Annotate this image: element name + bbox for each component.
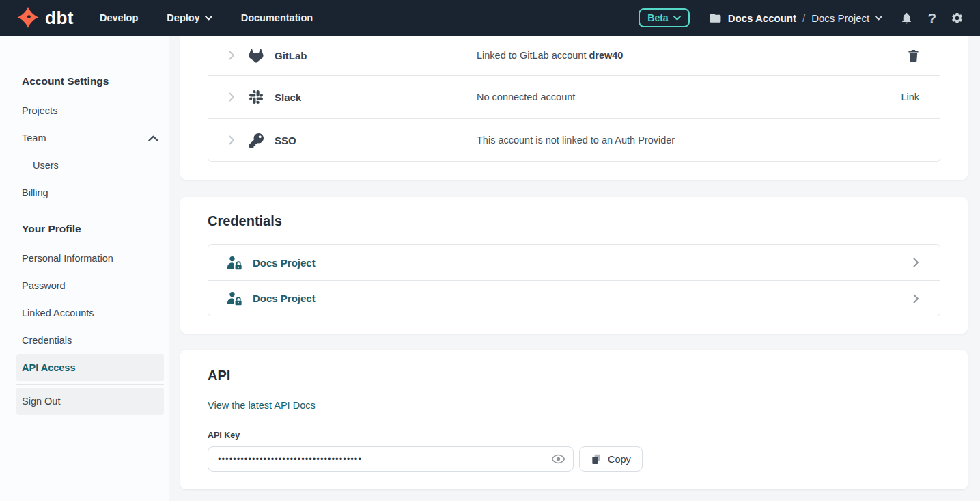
settings-sidebar: Account Settings Projects Team Users Bil…: [0, 36, 169, 501]
linked-account-name: SSO: [275, 135, 296, 146]
linked-account-status: No connected account: [477, 92, 901, 103]
link-account-button[interactable]: Link: [901, 92, 919, 103]
linked-account-name: Slack: [275, 92, 301, 103]
dbt-logo-icon: [16, 6, 40, 29]
breadcrumb: Docs Account / Docs Project: [709, 12, 883, 25]
sidebar-item-personal-information[interactable]: Personal Information: [16, 245, 164, 272]
breadcrumb-project-dropdown[interactable]: Docs Project: [811, 12, 882, 24]
api-card: API View the latest API Docs API Key: [180, 350, 968, 489]
help-icon[interactable]: ?: [927, 11, 936, 25]
top-nav: dbt Develop Deploy Documentation Beta Do…: [0, 0, 980, 36]
chevron-right-icon: [913, 258, 919, 267]
sidebar-item-projects[interactable]: Projects: [16, 97, 164, 124]
slack-icon: [249, 90, 264, 104]
gitlab-icon: [249, 49, 264, 63]
chevron-down-icon: [875, 16, 882, 21]
linked-account-status: Linked to GitLab account drew40: [477, 50, 908, 61]
beta-dropdown[interactable]: Beta: [639, 8, 689, 27]
sidebar-item-password[interactable]: Password: [16, 272, 164, 299]
sidebar-item-api-access[interactable]: API Access: [16, 354, 164, 381]
linked-accounts-table: GitLab Linked to GitLab account drew40: [208, 36, 940, 162]
sidebar-item-users[interactable]: Users: [16, 152, 164, 179]
credential-row[interactable]: Docs Project: [208, 245, 940, 280]
nav-documentation[interactable]: Documentation: [241, 12, 313, 23]
breadcrumb-account[interactable]: Docs Account: [728, 12, 796, 24]
credential-row[interactable]: Docs Project: [208, 280, 940, 316]
copy-icon: [591, 453, 602, 465]
sidebar-item-linked-accounts[interactable]: Linked Accounts: [16, 299, 164, 327]
credentials-table: Docs Project: [208, 244, 940, 316]
primary-nav: Develop Deploy Documentation: [100, 12, 313, 23]
sidebar-item-billing[interactable]: Billing: [16, 179, 164, 206]
api-key-label: API Key: [208, 431, 940, 440]
copy-button[interactable]: Copy: [579, 446, 643, 472]
trash-icon[interactable]: [908, 49, 919, 62]
sidebar-item-team[interactable]: Team: [16, 124, 164, 152]
credentials-card: Credentials Docs Project: [180, 197, 968, 334]
expand-chevron-right-icon[interactable]: [229, 92, 235, 102]
sidebar-item-credentials[interactable]: Credentials: [16, 327, 164, 354]
nav-develop[interactable]: Develop: [100, 12, 138, 23]
user-lock-icon: [227, 256, 242, 270]
linked-account-status: This account is not linked to an Auth Pr…: [477, 135, 919, 146]
expand-chevron-right-icon[interactable]: [229, 135, 235, 145]
chevron-right-icon: [913, 294, 919, 303]
credential-project-name: Docs Project: [253, 293, 316, 304]
gear-icon[interactable]: [951, 12, 964, 25]
sidebar-heading-account-settings: Account Settings: [16, 75, 164, 87]
chevron-down-icon: [205, 16, 212, 21]
sidebar-divider: [16, 384, 164, 385]
nav-deploy[interactable]: Deploy: [167, 12, 212, 23]
chevron-down-icon: [673, 16, 681, 21]
expand-chevron-right-icon[interactable]: [229, 51, 235, 60]
api-key-input[interactable]: [208, 446, 574, 472]
sidebar-heading-your-profile: Your Profile: [16, 223, 164, 235]
linked-accounts-card: GitLab Linked to GitLab account drew40: [180, 36, 968, 180]
breadcrumb-separator: /: [802, 12, 805, 24]
main-content: GitLab Linked to GitLab account drew40: [169, 36, 980, 501]
sidebar-item-sign-out[interactable]: Sign Out: [16, 388, 164, 415]
linked-account-row-sso: SSO This account is not linked to an Aut…: [208, 118, 940, 161]
credentials-heading: Credentials: [208, 213, 940, 229]
nav-icon-group: ?: [900, 11, 964, 25]
chevron-up-icon: [148, 135, 158, 141]
key-icon: [249, 133, 264, 148]
linked-account-row-slack: Slack No connected account Link: [208, 75, 940, 118]
dbt-logo[interactable]: dbt: [16, 6, 74, 29]
linked-account-username: drew40: [589, 50, 623, 61]
user-lock-icon: [227, 291, 242, 306]
linked-account-row-gitlab: GitLab Linked to GitLab account drew40: [208, 36, 940, 75]
eye-icon[interactable]: [551, 452, 565, 466]
brand-wordmark: dbt: [45, 8, 74, 29]
api-heading: API: [208, 368, 940, 383]
api-docs-link[interactable]: View the latest API Docs: [208, 400, 316, 411]
linked-account-name: GitLab: [275, 50, 307, 62]
bell-icon[interactable]: [900, 12, 913, 25]
credential-project-name: Docs Project: [253, 257, 316, 269]
folder-icon: [709, 12, 722, 25]
